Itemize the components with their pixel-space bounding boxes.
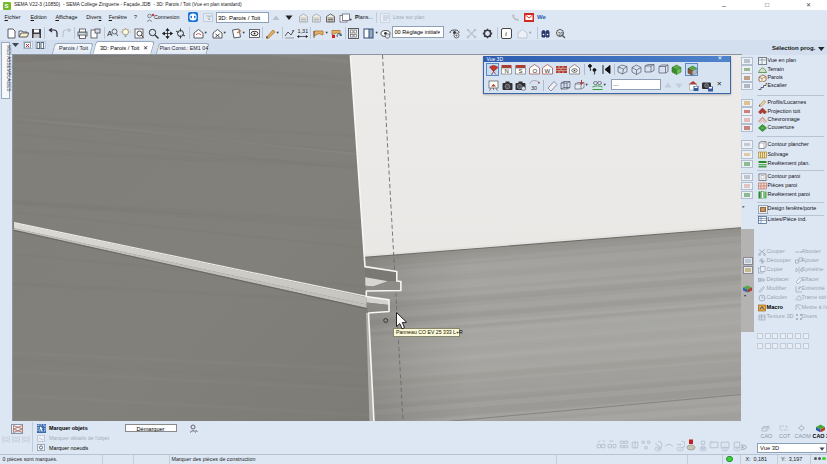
svg-text:S: S: [518, 68, 522, 74]
svg-text:N: N: [505, 68, 509, 74]
svg-text:O: O: [532, 68, 537, 74]
svg-text:W: W: [545, 68, 551, 74]
svg-text:30: 30: [531, 85, 537, 91]
svg-text:1,31: 1,31: [298, 28, 309, 34]
svg-text:30: 30: [558, 32, 564, 37]
svg-text:i: i: [505, 30, 507, 38]
